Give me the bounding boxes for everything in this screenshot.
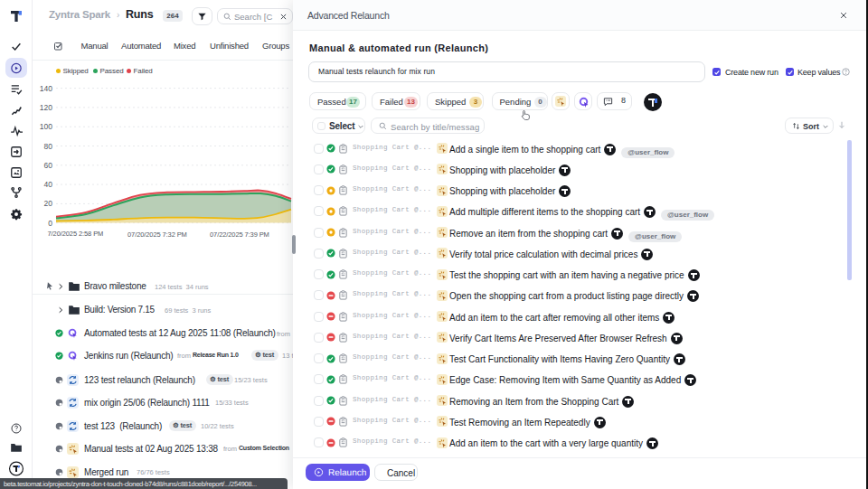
svg-text:07/22/2025 7:39 PM: 07/22/2025 7:39 PM (210, 230, 269, 239)
svg-text:60: 60 (44, 161, 53, 170)
svg-text:140: 140 (40, 84, 52, 93)
svg-text:120: 120 (40, 103, 52, 112)
svg-text:100: 100 (40, 122, 52, 131)
svg-text:7/20/2025 2:58 PM: 7/20/2025 2:58 PM (48, 230, 104, 238)
svg-text:40: 40 (44, 180, 53, 189)
svg-text:80: 80 (44, 142, 53, 151)
svg-text:20: 20 (44, 199, 53, 208)
svg-text:07/20/2025 7:32 PM: 07/20/2025 7:32 PM (127, 230, 187, 239)
svg-text:0: 0 (48, 219, 52, 228)
